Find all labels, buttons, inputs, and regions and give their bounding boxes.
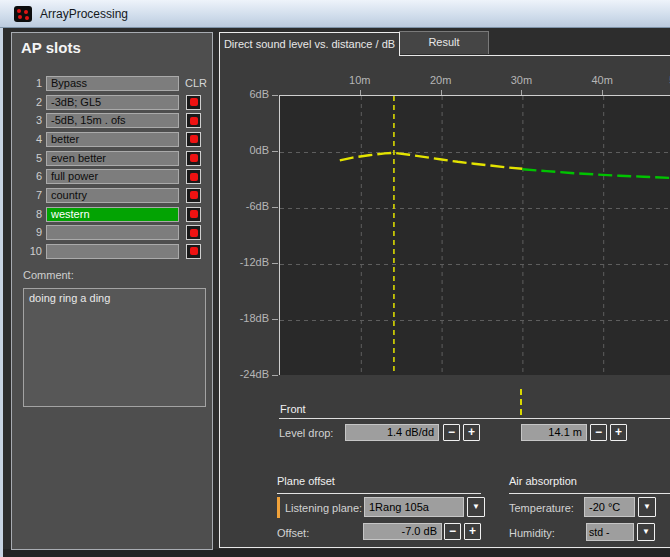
clr-button[interactable]: [186, 151, 201, 166]
clr-led-icon: [190, 154, 198, 162]
clr-led-icon: [190, 135, 198, 143]
offset-plus-button[interactable]: +: [464, 523, 481, 540]
ap-slot-row: 2-3dB; GL5: [12, 95, 212, 111]
y-axis-tick: [272, 263, 278, 264]
distance-plus-button[interactable]: +: [610, 424, 627, 441]
level-drop-field[interactable]: 1.4 dB/dd: [345, 424, 439, 441]
tab-result[interactable]: Result: [399, 31, 489, 54]
ap-slot-number: 2: [18, 96, 42, 108]
window-bottom-area: [3, 549, 670, 557]
window-left-border: [0, 28, 3, 557]
ap-slot-number: 4: [18, 133, 42, 145]
y-axis-tick-label: 6dB: [220, 88, 269, 100]
clr-button[interactable]: [186, 113, 201, 128]
clr-button[interactable]: [186, 225, 201, 240]
ap-slot-number: 7: [18, 189, 42, 201]
ap-slot-number: 6: [18, 170, 42, 182]
level-drop-label: Level drop:: [279, 427, 333, 439]
x-axis-tick-label: 40m: [585, 74, 619, 86]
y-axis-tick: [272, 375, 278, 376]
x-axis-tick-label: 50m: [663, 74, 670, 86]
ap-slot-number: 5: [18, 152, 42, 164]
ap-slot-row: 8western: [12, 207, 212, 223]
offset-field[interactable]: -7.0 dB: [363, 523, 442, 540]
temperature-dropdown-icon[interactable]: ▼: [638, 497, 656, 517]
y-axis-tick-label: -6dB: [220, 200, 269, 212]
clr-button[interactable]: [186, 95, 201, 110]
air-absorption-heading: Air absorption: [509, 475, 577, 487]
listening-plane-dropdown-icon[interactable]: ▼: [467, 497, 485, 517]
ap-slot-number: 1: [18, 77, 42, 89]
offset-minus-button[interactable]: −: [444, 523, 461, 540]
clr-led-icon: [190, 191, 198, 199]
front-boundary-marker[interactable]: [520, 389, 522, 415]
ap-slot-field[interactable]: even better: [46, 151, 179, 166]
level-vs-distance-chart[interactable]: [279, 95, 670, 375]
window-titlebar[interactable]: ArrayProcessing: [0, 0, 670, 28]
clr-led-icon: [190, 117, 198, 125]
ap-slot-field[interactable]: [46, 225, 179, 240]
y-axis-tick: [272, 95, 278, 96]
y-axis-tick-label: -18dB: [220, 312, 269, 324]
ap-slot-field[interactable]: better: [46, 132, 179, 147]
ap-slot-field[interactable]: western: [46, 207, 179, 222]
tab-direct-sound-level[interactable]: Direct sound level vs. distance / dB: [219, 32, 400, 56]
ap-slot-row: 10: [12, 244, 212, 260]
y-axis-tick: [272, 151, 278, 152]
listening-plane-label: Listening plane:: [285, 502, 362, 514]
clr-led-icon: [190, 229, 198, 237]
ap-slot-number: 8: [18, 208, 42, 220]
x-axis-tick-label: 30m: [504, 74, 538, 86]
x-axis-tick-label: 10m: [343, 74, 377, 86]
front-section-title: Front: [280, 403, 306, 415]
ap-slot-number: 10: [18, 245, 42, 257]
humidity-dropdown-icon[interactable]: ▼: [637, 523, 655, 541]
ap-slot-field[interactable]: -5dB, 15m . ofs: [46, 113, 179, 128]
clr-button[interactable]: [186, 132, 201, 147]
level-drop-plus-button[interactable]: +: [463, 424, 480, 441]
ap-slot-field[interactable]: Bypass: [46, 76, 179, 91]
x-axis-tick-label: 20m: [424, 74, 458, 86]
y-axis-tick-label: 0dB: [220, 144, 269, 156]
window-title: ArrayProcessing: [40, 7, 128, 21]
x-axis-tick: [521, 90, 522, 95]
x-axis-tick: [441, 90, 442, 95]
comment-label: Comment:: [23, 269, 74, 281]
listening-plane-select[interactable]: 1Rang 105a: [364, 497, 464, 517]
clr-led-icon: [190, 173, 198, 181]
level-drop-distance-field[interactable]: 14.1 m: [521, 424, 587, 441]
temperature-select[interactable]: -20 °C: [584, 497, 635, 517]
humidity-label: Humidity:: [509, 527, 555, 539]
ap-slot-row: 5even better: [12, 151, 212, 167]
ap-slot-field[interactable]: -3dB; GL5: [46, 95, 179, 110]
clr-led-icon: [190, 210, 198, 218]
y-axis-tick-label: -24dB: [220, 368, 269, 380]
ap-slot-row: 6full power: [12, 169, 212, 185]
ap-slot-field[interactable]: [46, 244, 179, 259]
clr-led-icon: [190, 247, 198, 255]
y-axis-tick-label: -12dB: [220, 256, 269, 268]
clr-button[interactable]: [186, 188, 201, 203]
x-axis-tick: [360, 90, 361, 95]
x-axis-tick: [602, 90, 603, 95]
humidity-select[interactable]: std - 60%: [586, 523, 634, 541]
clr-button[interactable]: [186, 169, 201, 184]
distance-minus-button[interactable]: −: [590, 424, 607, 441]
ap-slot-row: 9: [12, 225, 212, 241]
air-absorption-rule: [509, 493, 670, 494]
front-plane-level-curve: [340, 153, 523, 169]
y-axis-tick: [272, 319, 278, 320]
clr-led-icon: [190, 98, 198, 106]
ap-slot-field[interactable]: country: [46, 188, 179, 203]
ap-slot-field[interactable]: full power: [46, 169, 179, 184]
level-drop-minus-button[interactable]: −: [443, 424, 460, 441]
ap-slot-number: 9: [18, 226, 42, 238]
ap-slots-panel: AP slots 1BypassCLR2-3dB; GL53-5dB, 15m …: [11, 32, 213, 550]
offset-label: Offset:: [277, 527, 309, 539]
ap-slot-row: 4better: [12, 132, 212, 148]
clr-button[interactable]: [186, 207, 201, 222]
front-section-rule: [279, 418, 670, 419]
clr-button[interactable]: [186, 244, 201, 259]
beyond-front-level-curve: [522, 169, 670, 178]
comment-input[interactable]: doing ring a ding: [23, 288, 206, 407]
